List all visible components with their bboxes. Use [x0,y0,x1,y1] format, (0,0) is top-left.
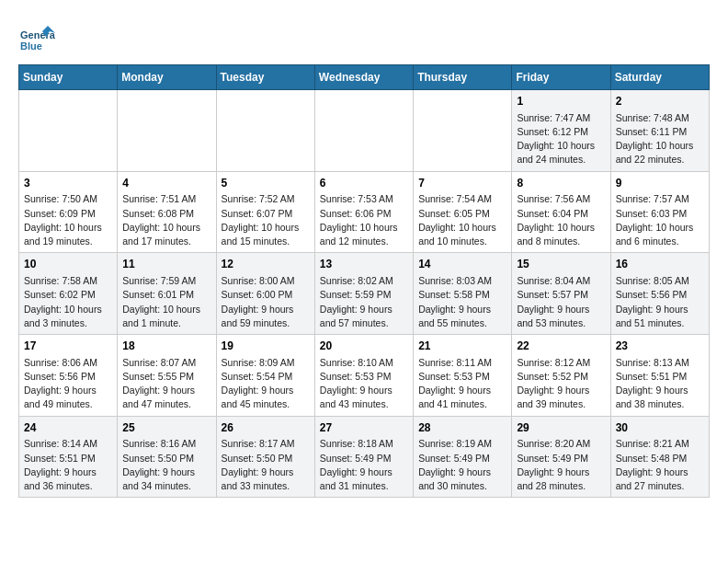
calendar-cell: 8Sunrise: 7:56 AM Sunset: 6:04 PM Daylig… [512,171,610,253]
calendar-week-2: 3Sunrise: 7:50 AM Sunset: 6:09 PM Daylig… [19,171,710,253]
day-detail: Sunrise: 7:51 AM Sunset: 6:08 PM Dayligh… [122,192,210,248]
day-number: 4 [122,176,210,191]
calendar-cell [118,90,216,172]
calendar-cell: 27Sunrise: 8:18 AM Sunset: 5:49 PM Dayli… [314,416,413,498]
calendar-cell: 28Sunrise: 8:19 AM Sunset: 5:49 PM Dayli… [414,416,512,498]
day-detail: Sunrise: 8:04 AM Sunset: 5:57 PM Dayligh… [517,274,605,330]
calendar-week-3: 10Sunrise: 7:58 AM Sunset: 6:02 PM Dayli… [19,253,710,335]
calendar-week-5: 24Sunrise: 8:14 AM Sunset: 5:51 PM Dayli… [19,416,710,498]
day-number: 22 [517,339,605,354]
calendar-cell: 22Sunrise: 8:12 AM Sunset: 5:52 PM Dayli… [512,335,610,417]
calendar-week-1: 1Sunrise: 7:47 AM Sunset: 6:12 PM Daylig… [19,90,710,172]
svg-text:Blue: Blue [20,40,42,52]
weekday-header-wednesday: Wednesday [314,65,413,90]
day-detail: Sunrise: 8:18 AM Sunset: 5:49 PM Dayligh… [320,437,408,493]
calendar-cell: 19Sunrise: 8:09 AM Sunset: 5:54 PM Dayli… [216,335,314,417]
calendar-cell: 17Sunrise: 8:06 AM Sunset: 5:56 PM Dayli… [19,335,118,417]
calendar-cell: 9Sunrise: 7:57 AM Sunset: 6:03 PM Daylig… [610,171,709,253]
day-detail: Sunrise: 8:17 AM Sunset: 5:50 PM Dayligh… [222,437,310,493]
day-detail: Sunrise: 8:06 AM Sunset: 5:56 PM Dayligh… [24,356,112,412]
day-number: 8 [517,176,605,191]
day-number: 28 [418,420,506,436]
day-detail: Sunrise: 8:10 AM Sunset: 5:53 PM Dayligh… [320,356,408,412]
calendar-cell: 21Sunrise: 8:11 AM Sunset: 5:53 PM Dayli… [414,335,512,417]
weekday-header-tuesday: Tuesday [216,65,314,90]
calendar-cell: 7Sunrise: 7:54 AM Sunset: 6:05 PM Daylig… [414,171,512,253]
day-number: 17 [24,339,112,354]
weekday-header-sunday: Sunday [19,65,118,90]
calendar-cell [314,90,413,172]
calendar-cell [216,90,314,172]
calendar-cell: 4Sunrise: 7:51 AM Sunset: 6:08 PM Daylig… [118,171,216,253]
day-number: 18 [122,339,210,354]
day-detail: Sunrise: 7:53 AM Sunset: 6:06 PM Dayligh… [320,192,408,248]
day-detail: Sunrise: 8:20 AM Sunset: 5:49 PM Dayligh… [517,437,605,493]
weekday-header-monday: Monday [118,65,216,90]
logo: General Blue [18,22,59,59]
calendar-cell: 13Sunrise: 8:02 AM Sunset: 5:59 PM Dayli… [314,253,413,335]
day-number: 6 [320,176,408,191]
calendar-cell: 18Sunrise: 8:07 AM Sunset: 5:55 PM Dayli… [118,335,216,417]
day-detail: Sunrise: 7:59 AM Sunset: 6:01 PM Dayligh… [122,274,210,330]
calendar-cell: 20Sunrise: 8:10 AM Sunset: 5:53 PM Dayli… [314,335,413,417]
day-detail: Sunrise: 8:11 AM Sunset: 5:53 PM Dayligh… [418,356,506,412]
day-detail: Sunrise: 8:12 AM Sunset: 5:52 PM Dayligh… [517,356,605,412]
day-number: 15 [517,257,605,272]
day-number: 29 [517,420,605,436]
day-number: 20 [320,339,408,354]
day-detail: Sunrise: 8:21 AM Sunset: 5:48 PM Dayligh… [616,437,704,493]
day-number: 7 [418,176,506,191]
calendar-cell: 2Sunrise: 7:48 AM Sunset: 6:11 PM Daylig… [610,90,709,172]
day-number: 23 [616,339,704,354]
day-detail: Sunrise: 8:13 AM Sunset: 5:51 PM Dayligh… [616,356,704,412]
day-detail: Sunrise: 8:07 AM Sunset: 5:55 PM Dayligh… [122,356,210,412]
weekday-row: SundayMondayTuesdayWednesdayThursdayFrid… [19,65,710,90]
day-detail: Sunrise: 8:03 AM Sunset: 5:58 PM Dayligh… [418,274,506,330]
logo-svg: General Blue [18,22,55,59]
calendar-cell: 14Sunrise: 8:03 AM Sunset: 5:58 PM Dayli… [414,253,512,335]
day-detail: Sunrise: 8:00 AM Sunset: 6:00 PM Dayligh… [222,274,310,330]
day-number: 25 [122,420,210,436]
day-detail: Sunrise: 7:57 AM Sunset: 6:03 PM Dayligh… [616,192,704,248]
day-detail: Sunrise: 7:56 AM Sunset: 6:04 PM Dayligh… [517,192,605,248]
day-detail: Sunrise: 8:05 AM Sunset: 5:56 PM Dayligh… [616,274,704,330]
calendar-cell: 5Sunrise: 7:52 AM Sunset: 6:07 PM Daylig… [216,171,314,253]
calendar-cell: 1Sunrise: 7:47 AM Sunset: 6:12 PM Daylig… [512,90,610,172]
day-number: 10 [24,257,112,272]
day-number: 3 [24,176,112,191]
day-number: 26 [222,420,310,436]
day-detail: Sunrise: 7:47 AM Sunset: 6:12 PM Dayligh… [517,111,605,167]
weekday-header-saturday: Saturday [610,65,709,90]
day-number: 16 [616,257,704,272]
calendar-cell: 29Sunrise: 8:20 AM Sunset: 5:49 PM Dayli… [512,416,610,498]
day-number: 21 [418,339,506,354]
calendar-cell: 12Sunrise: 8:00 AM Sunset: 6:00 PM Dayli… [216,253,314,335]
day-detail: Sunrise: 8:14 AM Sunset: 5:51 PM Dayligh… [24,437,112,493]
calendar-cell: 30Sunrise: 8:21 AM Sunset: 5:48 PM Dayli… [610,416,709,498]
day-number: 5 [222,176,310,191]
calendar-cell: 26Sunrise: 8:17 AM Sunset: 5:50 PM Dayli… [216,416,314,498]
day-number: 30 [616,420,704,436]
calendar-cell: 10Sunrise: 7:58 AM Sunset: 6:02 PM Dayli… [19,253,118,335]
day-number: 14 [418,257,506,272]
weekday-header-friday: Friday [512,65,610,90]
calendar-cell [19,90,118,172]
day-number: 2 [616,94,704,109]
day-detail: Sunrise: 8:02 AM Sunset: 5:59 PM Dayligh… [320,274,408,330]
day-detail: Sunrise: 8:19 AM Sunset: 5:49 PM Dayligh… [418,437,506,493]
calendar-cell: 23Sunrise: 8:13 AM Sunset: 5:51 PM Dayli… [610,335,709,417]
calendar-cell: 6Sunrise: 7:53 AM Sunset: 6:06 PM Daylig… [314,171,413,253]
calendar-week-4: 17Sunrise: 8:06 AM Sunset: 5:56 PM Dayli… [19,335,710,417]
day-detail: Sunrise: 8:16 AM Sunset: 5:50 PM Dayligh… [122,437,210,493]
weekday-header-thursday: Thursday [414,65,512,90]
page-header: General Blue [18,18,710,59]
day-number: 19 [222,339,310,354]
day-detail: Sunrise: 7:52 AM Sunset: 6:07 PM Dayligh… [222,192,310,248]
calendar-cell: 15Sunrise: 8:04 AM Sunset: 5:57 PM Dayli… [512,253,610,335]
calendar-cell: 24Sunrise: 8:14 AM Sunset: 5:51 PM Dayli… [19,416,118,498]
day-number: 11 [122,257,210,272]
calendar-cell: 16Sunrise: 8:05 AM Sunset: 5:56 PM Dayli… [610,253,709,335]
day-detail: Sunrise: 7:50 AM Sunset: 6:09 PM Dayligh… [24,192,112,248]
day-number: 24 [24,420,112,436]
day-number: 27 [320,420,408,436]
